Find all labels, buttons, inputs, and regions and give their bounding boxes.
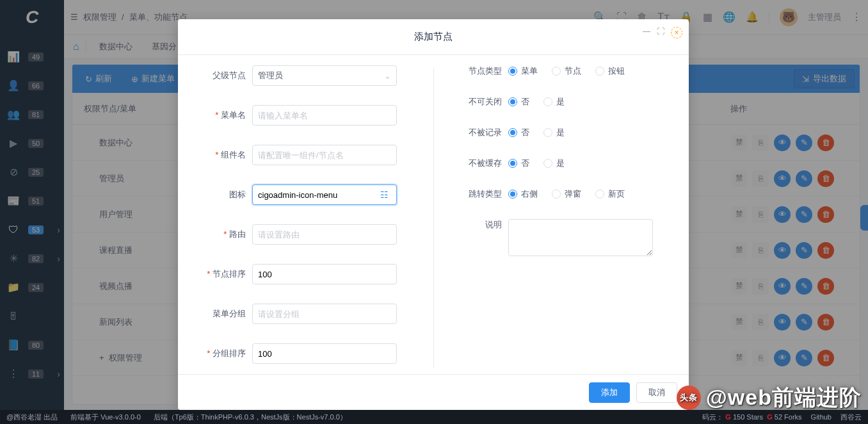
forks-link[interactable]: 52 Forks xyxy=(775,413,802,421)
footer-author: @西谷老湿 出品 xyxy=(6,412,58,422)
node-type-radio-group: 菜单 节点 按钮 xyxy=(508,65,625,77)
icon-input[interactable] xyxy=(252,184,397,205)
radio-menu[interactable]: 菜单 xyxy=(508,65,538,77)
label-parent: 父级节点 xyxy=(197,70,252,81)
cloud-link[interactable]: 西谷云 xyxy=(840,412,862,422)
watermark-text: @web前端进阶 xyxy=(706,383,862,412)
stars-link[interactable]: 150 Stars xyxy=(733,413,763,421)
no-record-radio-group: 否 是 xyxy=(508,127,565,138)
node-order-input[interactable] xyxy=(252,264,397,284)
radio-node[interactable]: 节点 xyxy=(552,65,581,77)
group-input[interactable] xyxy=(252,304,397,324)
label-group-order: 分组排序 xyxy=(197,348,252,359)
modal-title: 添加节点 xyxy=(414,31,453,43)
modal-footer: 添加 取消 xyxy=(178,374,689,410)
radio-button[interactable]: 按钮 xyxy=(595,65,625,77)
radio-no[interactable]: 否 xyxy=(508,96,529,108)
maximize-icon[interactable]: ⛶ xyxy=(657,27,664,38)
label-desc: 说明 xyxy=(453,219,508,231)
label-no-cache: 不被缓存 xyxy=(453,158,508,169)
minimize-icon[interactable]: — xyxy=(643,27,650,38)
label-name: 菜单名 xyxy=(197,110,252,121)
footer: @西谷老湿 出品 前端基于 Vue-v3.0.0-0 后端（Tp6版：Think… xyxy=(0,410,868,424)
route-input[interactable] xyxy=(252,224,397,245)
add-node-modal: 添加节点 — ⛶ × 父级节点 管理员⌄ 菜单名 组件名 图标 ☷ 路由 节点排… xyxy=(178,19,689,410)
watermark-badge: 头条 xyxy=(677,386,701,410)
jump-type-radio-group: 右侧 弹窗 新页 xyxy=(508,188,625,200)
label-component: 组件名 xyxy=(197,149,252,161)
watermark: 头条 @web前端进阶 xyxy=(677,383,862,412)
radio-yes-2[interactable]: 是 xyxy=(543,127,565,138)
label-route: 路由 xyxy=(197,229,252,240)
github-link[interactable]: Github xyxy=(811,413,832,421)
component-input[interactable] xyxy=(252,145,397,165)
label-group: 菜单分组 xyxy=(197,308,252,320)
radio-right[interactable]: 右侧 xyxy=(508,188,538,200)
radio-yes-3[interactable]: 是 xyxy=(543,158,565,169)
chevron-down-icon: ⌄ xyxy=(384,71,391,81)
label-jump-type: 跳转类型 xyxy=(453,188,508,200)
footer-frontend: 前端基于 Vue-v3.0.0-0 xyxy=(70,412,141,422)
no-cache-radio-group: 否 是 xyxy=(508,158,565,169)
group-order-input[interactable] xyxy=(252,343,397,364)
footer-backend: 后端（Tp6版：ThinkPHP-v6.0.3，NestJs版：NestJs-v… xyxy=(154,412,347,422)
no-close-radio-group: 否 是 xyxy=(508,96,565,108)
label-node-order: 节点排序 xyxy=(197,268,252,280)
menu-name-input[interactable] xyxy=(252,105,397,126)
radio-popup[interactable]: 弹窗 xyxy=(552,188,581,200)
radio-no-2[interactable]: 否 xyxy=(508,127,529,138)
label-no-close: 不可关闭 xyxy=(453,96,508,108)
parent-select[interactable]: 管理员⌄ xyxy=(252,65,397,86)
close-icon[interactable]: × xyxy=(671,27,682,38)
ok-button[interactable]: 添加 xyxy=(589,382,630,403)
radio-no-3[interactable]: 否 xyxy=(508,158,529,169)
radio-yes[interactable]: 是 xyxy=(543,96,565,108)
label-node-type: 节点类型 xyxy=(453,65,508,77)
desc-textarea[interactable] xyxy=(508,219,653,256)
label-icon: 图标 xyxy=(197,189,252,200)
cancel-button[interactable]: 取消 xyxy=(636,382,677,403)
modal-header: 添加节点 — ⛶ × xyxy=(178,19,689,55)
label-no-record: 不被记录 xyxy=(453,127,508,138)
radio-newpage[interactable]: 新页 xyxy=(595,188,625,200)
